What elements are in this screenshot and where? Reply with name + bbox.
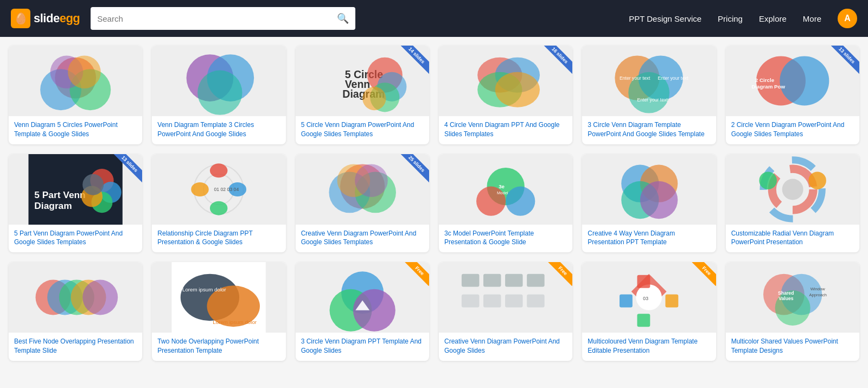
- svg-point-48: [355, 164, 388, 197]
- svg-point-58: [782, 179, 803, 200]
- card-title: Creative Venn Diagram PowerPoint And Goo…: [439, 333, 572, 361]
- card-title: 3 Circle Venn Diagram Template PowerPoin…: [582, 116, 716, 144]
- template-card[interactable]: Best Five Node Overlapping Presentation …: [9, 262, 142, 361]
- svg-rect-87: [620, 295, 633, 308]
- card-thumbnail: [9, 46, 142, 116]
- card-title-link[interactable]: 3c Model PowerPoint Template Presentatio…: [444, 230, 534, 246]
- card-title: 4 Circle Venn Diagram PPT And Google Sli…: [439, 116, 572, 144]
- svg-point-51: [506, 186, 535, 215]
- svg-point-67: [82, 280, 118, 315]
- card-title-link[interactable]: Multicoloured Venn Diagram Template Edit…: [588, 338, 698, 354]
- template-card[interactable]: 25 slidesCreative Venn Diagram PowerPoin…: [296, 154, 429, 253]
- card-thumbnail: Enter your text Enter your text Enter yo…: [582, 46, 716, 116]
- card-title: 5 Circle Venn Diagram PowerPoint And Goo…: [296, 116, 429, 144]
- template-card[interactable]: Enter your text Enter your text Enter yo…: [582, 46, 716, 144]
- card-thumbnail: 3e Model: [439, 154, 572, 225]
- svg-text:Diagram Pow: Diagram Pow: [751, 84, 785, 90]
- card-title-link[interactable]: 3 Circle Venn Diagram PPT Template And G…: [301, 338, 422, 354]
- template-card[interactable]: Free3 Circle Venn Diagram PPT Template A…: [296, 262, 429, 361]
- card-thumbnail: Free: [296, 262, 429, 333]
- nav-pricing[interactable]: Pricing: [718, 14, 743, 23]
- template-card[interactable]: 5 Part Venn Diagram 13 slides5 Part Venn…: [9, 154, 142, 253]
- card-title-link[interactable]: Relationship Circle Diagram PPT Presenta…: [157, 230, 252, 246]
- svg-text:2 Circle: 2 Circle: [755, 77, 774, 83]
- svg-point-4: [68, 55, 101, 88]
- template-card[interactable]: 01 02 03 04 Relationship Circle Diagram …: [152, 154, 285, 253]
- svg-rect-90: [637, 275, 650, 288]
- svg-point-18: [495, 72, 540, 107]
- card-title-link[interactable]: Venn Diagram Template 3 Circles PowerPoi…: [157, 121, 254, 138]
- card-title-link[interactable]: Two Node Overlapping PowerPoint Presenta…: [157, 338, 259, 354]
- search-bar: 🔍: [91, 7, 355, 30]
- svg-text:Shared: Shared: [778, 290, 794, 296]
- main-content: Venn Diagram 5 Circles PowerPoint Templa…: [0, 37, 868, 370]
- card-title-link[interactable]: Best Five Node Overlapping Presentation …: [14, 338, 134, 354]
- card-title-link[interactable]: 5 Part Venn Diagram PowerPoint And Googl…: [14, 230, 123, 246]
- template-card[interactable]: Lorem ipsum dolor Lorem ipsum dolor Two …: [152, 262, 285, 361]
- card-title-link[interactable]: Creative 4 Way Venn Diagram Presentation…: [588, 230, 675, 246]
- card-title-link[interactable]: 4 Circle Venn Diagram PPT And Google Sli…: [444, 121, 560, 138]
- template-card[interactable]: 5 Circle Venn Diagram 14 slides5 Circle …: [296, 46, 429, 144]
- card-thumbnail: 5 Part Venn Diagram 13 slides: [9, 154, 142, 225]
- logo-icon: 🥚: [11, 9, 30, 28]
- template-card[interactable]: FreeCreative Venn Diagram PowerPoint And…: [439, 262, 572, 361]
- card-title-link[interactable]: Venn Diagram 5 Circles PowerPoint Templa…: [14, 121, 118, 138]
- svg-rect-82: [483, 295, 501, 308]
- svg-point-62: [808, 171, 826, 189]
- template-card[interactable]: 3e Model 3c Model PowerPoint Template Pr…: [439, 154, 572, 253]
- svg-text:03: 03: [643, 296, 649, 302]
- svg-point-14: [362, 87, 386, 110]
- card-title-link[interactable]: Creative Venn Diagram PowerPoint And Goo…: [301, 230, 417, 246]
- logo[interactable]: 🥚 slideegg: [11, 9, 80, 28]
- user-avatar[interactable]: A: [838, 9, 857, 28]
- card-title-link[interactable]: Multicolor Shared Values PowerPoint Temp…: [731, 338, 838, 354]
- template-card[interactable]: Customizable Radial Venn Diagram PowerPo…: [726, 154, 859, 253]
- card-thumbnail: Free: [439, 262, 572, 333]
- card-title: 3c Model PowerPoint Template Presentatio…: [439, 225, 572, 253]
- search-input[interactable]: [97, 14, 337, 23]
- svg-point-26: [780, 56, 829, 106]
- svg-text:Lorem ipsum dolor: Lorem ipsum dolor: [213, 319, 257, 325]
- card-thumbnail: 5 Circle Venn Diagram 14 slides: [296, 46, 429, 116]
- header: 🥚 slideegg 🔍 PPT Design Service Pricing …: [0, 0, 868, 37]
- card-title: Venn Diagram 5 Circles PowerPoint Templa…: [9, 116, 142, 144]
- svg-text:3e: 3e: [499, 183, 505, 189]
- card-title-link[interactable]: Creative Venn Diagram PowerPoint And Goo…: [444, 338, 560, 354]
- template-grid: Venn Diagram 5 Circles PowerPoint Templa…: [9, 46, 859, 361]
- template-card[interactable]: 03 FreeMulticoloured Venn Diagram Templa…: [582, 262, 716, 361]
- svg-point-86: [636, 284, 662, 310]
- card-thumbnail: 16 slides: [439, 46, 572, 116]
- template-card[interactable]: Shared Values Window Approach Multicolor…: [726, 262, 859, 361]
- card-thumbnail: [582, 154, 716, 225]
- card-title-link[interactable]: 2 Circle Venn Diagram PowerPoint And Goo…: [731, 121, 845, 138]
- svg-rect-83: [505, 295, 523, 308]
- template-card[interactable]: 16 slides4 Circle Venn Diagram PPT And G…: [439, 46, 572, 144]
- svg-text:Values: Values: [778, 296, 794, 302]
- card-thumbnail: [152, 46, 285, 116]
- nav-links: PPT Design Service Pricing Explore More …: [629, 9, 857, 28]
- search-icon[interactable]: 🔍: [337, 12, 349, 24]
- card-title-link[interactable]: 3 Circle Venn Diagram Template PowerPoin…: [588, 121, 704, 138]
- card-thumbnail: Lorem ipsum dolor Lorem ipsum dolor: [152, 262, 285, 333]
- svg-point-61: [759, 171, 777, 189]
- nav-ppt-design[interactable]: PPT Design Service: [629, 14, 701, 23]
- nav-more[interactable]: More: [803, 14, 821, 23]
- card-title-link[interactable]: 5 Circle Venn Diagram PowerPoint And Goo…: [301, 121, 414, 138]
- svg-point-41: [210, 201, 228, 215]
- logo-text: slideegg: [34, 11, 80, 26]
- svg-rect-77: [462, 274, 480, 287]
- template-card[interactable]: Venn Diagram 5 Circles PowerPoint Templa…: [9, 46, 142, 144]
- svg-text:Window: Window: [810, 287, 825, 291]
- svg-text:Enter your text: Enter your text: [658, 75, 689, 81]
- svg-rect-79: [505, 274, 523, 287]
- card-title: 2 Circle Venn Diagram PowerPoint And Goo…: [726, 116, 859, 144]
- nav-explore[interactable]: Explore: [759, 14, 787, 23]
- card-title: Multicolor Shared Values PowerPoint Temp…: [726, 333, 859, 361]
- svg-text:Lorem ipsum dolor: Lorem ipsum dolor: [182, 287, 226, 292]
- template-card[interactable]: Creative 4 Way Venn Diagram Presentation…: [582, 154, 716, 253]
- card-title: Creative Venn Diagram PowerPoint And Goo…: [296, 225, 429, 253]
- svg-point-39: [210, 163, 228, 177]
- card-title-link[interactable]: Customizable Radial Venn Diagram PowerPo…: [731, 230, 834, 246]
- template-card[interactable]: 2 Circle Diagram Pow 13 slides2 Circle V…: [726, 46, 859, 144]
- template-card[interactable]: Venn Diagram Template 3 Circles PowerPoi…: [152, 46, 285, 144]
